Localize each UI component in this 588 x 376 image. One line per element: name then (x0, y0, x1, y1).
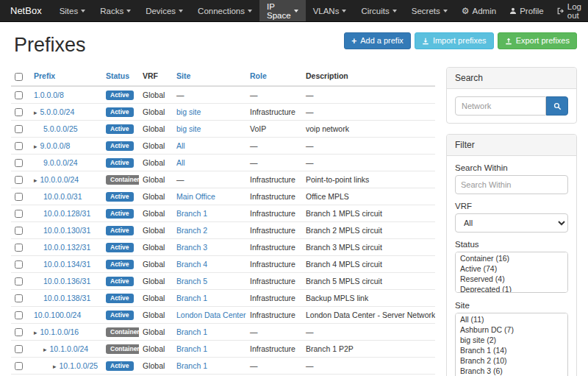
prefix-link[interactable]: 10.0.0.134/31 (43, 260, 90, 269)
row-checkbox[interactable] (15, 244, 23, 252)
nav-item-vlans[interactable]: VLANs (306, 0, 354, 21)
site-link[interactable]: big site (176, 124, 201, 133)
option-big-site-2[interactable]: big site (2) (456, 335, 567, 345)
sort-link-prefix[interactable]: Prefix (34, 71, 55, 80)
site-link[interactable]: All (176, 158, 185, 167)
site-link[interactable]: All (176, 141, 185, 150)
prefix-link[interactable]: 9.0.0.0/24 (43, 158, 78, 167)
column-header-prefix[interactable]: Prefix (30, 67, 102, 86)
row-checkbox[interactable] (15, 91, 23, 99)
site-link[interactable]: Branch 4 (176, 260, 207, 269)
prefix-link[interactable]: 10.0.0.138/31 (43, 294, 90, 302)
nav-item-admin[interactable]: ⚙Admin (455, 0, 503, 21)
column-header-site[interactable]: Site (173, 67, 246, 86)
prefix-link[interactable]: 10.0.0.0/31 (43, 192, 82, 201)
row-checkbox[interactable] (15, 260, 23, 269)
status-badge: Active (106, 91, 134, 100)
description-cell: — (302, 137, 435, 154)
nav-item-secrets[interactable]: Secrets (404, 0, 455, 21)
row-checkbox[interactable] (15, 125, 23, 133)
row-checkbox[interactable] (15, 210, 23, 218)
site-link[interactable]: London Data Center (176, 311, 246, 319)
site-link[interactable]: Branch 1 (176, 327, 207, 336)
search-button[interactable] (546, 96, 568, 116)
prefix-link[interactable]: 10.1.0.0/25 (60, 361, 98, 370)
sort-link-status[interactable]: Status (106, 71, 129, 80)
site-link[interactable]: Branch 2 (176, 226, 207, 235)
nav-item-circuits[interactable]: Circuits (354, 0, 404, 21)
prefix-link[interactable]: 1.0.0.0/8 (34, 91, 64, 99)
nav-item-log-out[interactable]: Log out (551, 0, 588, 21)
option-all-11[interactable]: All (11) (456, 314, 567, 324)
site-link[interactable]: Branch 1 (176, 344, 207, 353)
sort-link-site[interactable]: Site (176, 71, 190, 80)
vrf-select[interactable]: All (455, 213, 568, 233)
select-all-checkbox[interactable] (15, 73, 23, 81)
column-header-status[interactable]: Status (102, 67, 139, 86)
prefix-link[interactable]: 10.1.0.0/16 (40, 327, 79, 336)
row-checkbox[interactable] (15, 176, 23, 184)
import-prefixes-button[interactable]: Import prefixes (415, 32, 494, 49)
search-within-input[interactable] (455, 175, 568, 194)
row-checkbox[interactable] (15, 328, 23, 336)
option-branch-3-6[interactable]: Branch 3 (6) (456, 366, 567, 376)
prefix-cell: 9.0.0.0/24 (30, 154, 102, 171)
option-active-74[interactable]: Active (74) (456, 263, 567, 274)
checkbox-cell (11, 120, 30, 137)
option-ashburn-dc-7[interactable]: Ashburn DC (7) (456, 324, 567, 335)
vrf-cell: Global (139, 306, 173, 323)
option-reserved-4[interactable]: Reserved (4) (456, 274, 567, 284)
prefix-link[interactable]: 5.0.0.0/25 (43, 124, 78, 133)
row-checkbox[interactable] (15, 193, 23, 201)
nav-item-sites[interactable]: Sites (52, 0, 93, 21)
row-checkbox[interactable] (15, 362, 23, 370)
site-cell: Branch 1 (173, 205, 246, 221)
prefix-link[interactable]: 9.0.0.0/8 (40, 141, 71, 150)
prefix-link[interactable]: 10.0.0.128/31 (43, 209, 90, 218)
export-prefixes-button[interactable]: Export prefixes (498, 32, 577, 49)
nav-item-racks[interactable]: Racks (93, 0, 138, 21)
row-checkbox[interactable] (15, 227, 23, 235)
prefix-link[interactable]: 10.1.0.0/24 (50, 344, 89, 353)
column-header-role[interactable]: Role (246, 67, 302, 86)
add-prefix-button[interactable]: + Add a prefix (344, 32, 411, 49)
option-branch-2-10[interactable]: Branch 2 (10) (456, 355, 567, 366)
row-checkbox[interactable] (15, 108, 23, 116)
search-input[interactable] (455, 96, 546, 116)
brand-link[interactable]: NetBox (0, 0, 52, 21)
row-checkbox[interactable] (15, 277, 23, 285)
prefix-link[interactable]: 10.0.0.130/31 (43, 226, 90, 235)
option-container-16[interactable]: Container (16) (456, 253, 567, 263)
site-link[interactable]: Branch 1 (176, 294, 207, 302)
site-link[interactable]: Main Office (176, 192, 215, 201)
row-checkbox[interactable] (15, 142, 23, 150)
site-link[interactable]: big site (176, 107, 201, 116)
option-deprecated-1[interactable]: Deprecated (1) (456, 284, 567, 293)
site-filter-select[interactable]: All (11)Ashburn DC (7)big site (2)Branch… (455, 313, 568, 376)
sort-link-role[interactable]: Role (250, 71, 267, 80)
prefix-link[interactable]: 10.0.100.0/24 (34, 311, 81, 319)
prefix-link[interactable]: 5.0.0.0/24 (40, 107, 75, 116)
row-checkbox[interactable] (15, 159, 23, 167)
site-link[interactable]: Branch 3 (176, 243, 207, 252)
prefix-link[interactable]: 10.0.0.136/31 (43, 277, 90, 285)
button-label: Import prefixes (433, 36, 487, 46)
row-checkbox[interactable] (15, 345, 23, 353)
nav-item-devices[interactable]: Devices (138, 0, 190, 21)
site-link[interactable]: Branch 5 (176, 277, 207, 285)
prefix-link[interactable]: 10.0.0.132/31 (43, 243, 90, 252)
nav-item-profile[interactable]: Profile (503, 0, 551, 21)
prefix-link[interactable]: 10.0.0.0/24 (40, 175, 79, 184)
nav-item-ip-space[interactable]: IP Space (259, 0, 306, 21)
table-row: 10.0.0.138/31ActiveGlobalBranch 1Infrast… (11, 289, 435, 306)
chevron-down-icon (392, 10, 397, 13)
site-link[interactable]: Branch 1 (176, 209, 207, 218)
status-filter-select[interactable]: Container (16)Active (74)Reserved (4)Dep… (455, 252, 568, 293)
option-branch-1-14[interactable]: Branch 1 (14) (456, 345, 567, 355)
button-label: Add a prefix (360, 36, 404, 46)
row-checkbox[interactable] (15, 311, 23, 319)
vrf-cell: Global (139, 323, 173, 340)
row-checkbox[interactable] (15, 294, 23, 302)
site-link[interactable]: Branch 1 (176, 361, 207, 370)
nav-item-connections[interactable]: Connections (190, 0, 259, 21)
